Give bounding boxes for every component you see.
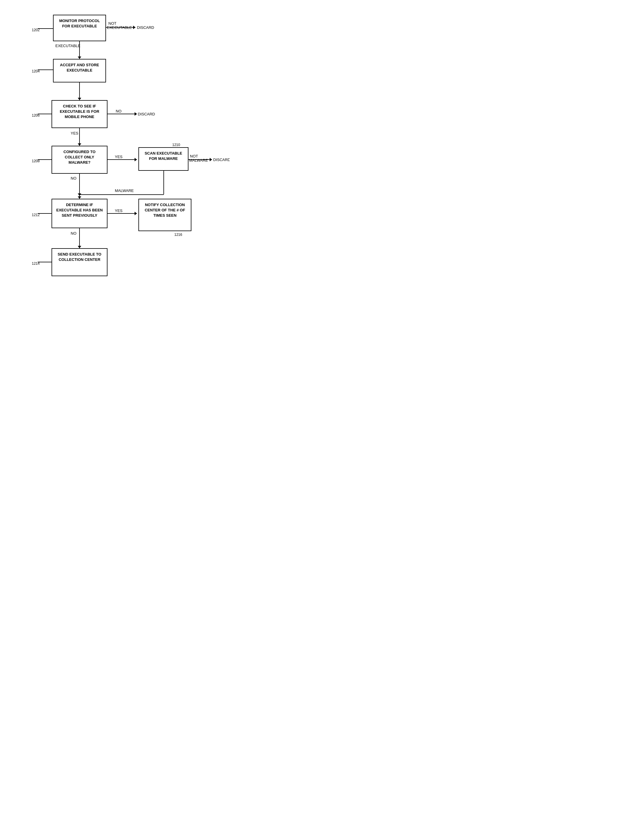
configured-box: CONFIGURED TO COLLECT ONLY MALWARE? <box>52 146 107 174</box>
yes-label-3: YES <box>115 208 123 213</box>
yes-label-1: YES <box>71 131 78 135</box>
determine-to-send-arrow <box>79 242 80 248</box>
not-malware-label: NOT <box>190 154 198 158</box>
monitor-to-accept-arrow <box>79 53 80 59</box>
not-executable-label: NOT <box>108 21 116 26</box>
determine-to-send-line <box>79 228 80 244</box>
accept-box: ACCEPT AND STORE EXECUTABLE <box>53 59 106 83</box>
malware-label: MALWARE <box>115 189 134 193</box>
no-label-2: NO <box>71 176 77 181</box>
scan-malware-v <box>163 171 164 194</box>
no-label-1: NO <box>116 109 122 113</box>
executable-down-label: EXECUTABLE <box>55 44 80 48</box>
not-malware-label2: MALWARE <box>189 158 208 162</box>
yes-to-scan-arrow <box>107 159 137 160</box>
label-1216: 1216 <box>174 233 182 237</box>
determine-box: DETERMINE IF EXECUTABLE HAS BEEN SENT PR… <box>52 199 107 228</box>
send-box: SEND EXECUTABLE TO COLLECTION CENTER <box>52 248 107 276</box>
no-label-3: NO <box>71 231 77 236</box>
check-box: CHECK TO SEE IF EXECUTABLE IS FOR MOBILE… <box>52 100 107 128</box>
scan-box: SCAN EXECUTABLE FOR MALWARE <box>138 147 189 171</box>
discard-1-label: DISCARD <box>137 25 154 30</box>
label-1210: 1210 <box>172 143 180 147</box>
no-discard-arrow <box>107 113 137 114</box>
check-to-configured-arrow <box>79 140 80 146</box>
discard-2-label: DISCARD <box>138 112 155 116</box>
executable-label-side: EXECUTABLE <box>107 25 132 30</box>
monitor-box: MONITOR PROTOCOL FOR EXECUTABLE <box>53 15 106 41</box>
configured-to-determine-line <box>79 174 80 190</box>
configured-to-determine-arrow <box>79 189 80 196</box>
yes-to-notify-arrow <box>107 213 137 214</box>
notify-box: NOTIFY COLLECTION CENTER OF THE # OF TIM… <box>138 199 192 231</box>
flowchart-diagram: MONITOR PROTOCOL FOR EXECUTABLE 1202 NOT… <box>6 9 224 303</box>
discard-3-label: DISCARD <box>213 158 230 162</box>
accept-to-check-arrow <box>79 94 80 100</box>
yes-label-2: YES <box>115 155 123 159</box>
scan-malware-h <box>79 194 164 195</box>
